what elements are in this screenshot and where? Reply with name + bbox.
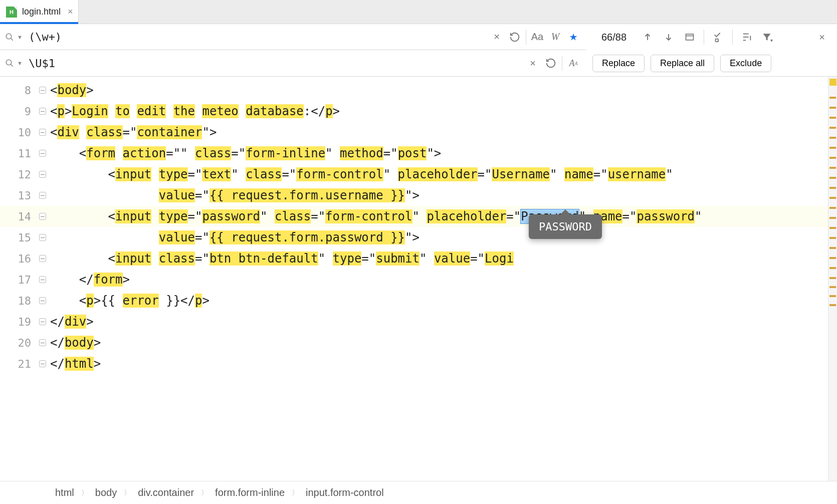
html-file-icon	[6, 7, 17, 18]
close-panel-icon[interactable]: ×	[813, 28, 831, 46]
gutter: 89101112131415161718192021	[0, 77, 50, 481]
next-match-icon[interactable]	[660, 28, 678, 46]
code-line[interactable]: value="{{ request.form.username }}">	[50, 185, 828, 206]
close-icon[interactable]: ×	[68, 7, 73, 17]
crumb-form[interactable]: form.form-inline	[215, 487, 285, 498]
svg-rect-6	[686, 34, 694, 40]
svg-line-3	[11, 64, 13, 67]
clear-replace-icon[interactable]: ×	[524, 54, 542, 72]
replace-preview-tooltip: PASSWORD	[529, 214, 602, 239]
replace-history-icon[interactable]	[542, 54, 560, 72]
select-all-icon[interactable]	[709, 28, 727, 46]
code-line[interactable]: </body>	[50, 332, 828, 353]
find-options-icon[interactable]	[738, 28, 756, 46]
svg-point-2	[6, 60, 12, 65]
code-line[interactable]: value="{{ request.form.password }}">	[50, 227, 828, 248]
chevron-right-icon: 〉	[124, 488, 131, 497]
crumb-html[interactable]: html	[55, 487, 74, 498]
match-count: 66/88	[592, 32, 636, 43]
code-line[interactable]: <input class="btn btn-default" type="sub…	[50, 248, 828, 269]
replace-button[interactable]: Replace	[592, 55, 645, 72]
search-history-icon[interactable]	[506, 28, 524, 46]
match-case-icon[interactable]: Aa	[528, 28, 546, 46]
code-line[interactable]: <p>Login to edit the meteo database:</p>	[50, 101, 828, 122]
svg-line-1	[11, 38, 13, 41]
replace-input[interactable]	[29, 57, 524, 70]
code-line[interactable]: </div>	[50, 311, 828, 332]
breadcrumb[interactable]: html 〉 body 〉 div.container 〉 form.form-…	[0, 481, 837, 504]
prev-match-icon[interactable]	[639, 28, 657, 46]
search-icon[interactable]	[4, 32, 15, 43]
tab-label: login.html	[22, 7, 61, 17]
chevron-right-icon: 〉	[201, 488, 208, 497]
chevron-right-icon: 〉	[292, 488, 299, 497]
crumb-body[interactable]: body	[95, 487, 117, 498]
code-line[interactable]: <input type="text" class="form-control" …	[50, 164, 828, 185]
crumb-input[interactable]: input.form-control	[306, 487, 384, 498]
code-line[interactable]: <div class="container">	[50, 122, 828, 143]
replace-all-button[interactable]: Replace all	[651, 55, 714, 72]
new-window-icon[interactable]	[681, 28, 699, 46]
replace-row: ▼ × AA	[0, 50, 586, 76]
preserve-case-icon[interactable]: AA	[564, 54, 582, 72]
crumb-div[interactable]: div.container	[138, 487, 194, 498]
find-replace-bar: ▼ × Aa W ٭ ▼ ×	[0, 24, 837, 77]
history-dropdown-icon[interactable]: ▼	[17, 60, 23, 66]
code-line[interactable]: <p>{{ error }}</p>	[50, 290, 828, 311]
code-line[interactable]: <form action="" class="form-inline" meth…	[50, 143, 828, 164]
clear-search-icon[interactable]: ×	[488, 28, 506, 46]
chevron-right-icon: 〉	[81, 488, 88, 497]
regex-icon[interactable]: ٭	[564, 28, 582, 46]
code-line[interactable]: <input type="password" class="form-contr…	[50, 206, 828, 227]
history-dropdown-icon[interactable]: ▼	[17, 34, 23, 40]
marker-strip[interactable]	[828, 77, 837, 481]
file-tab[interactable]: login.html ×	[0, 0, 79, 24]
search-input[interactable]	[29, 31, 488, 43]
search-icon[interactable]	[4, 58, 15, 69]
code-area[interactable]: <body><p>Login to edit the meteo databas…	[50, 77, 828, 481]
code-line[interactable]: </html>	[50, 353, 828, 374]
tab-bar: login.html ×	[0, 0, 837, 24]
exclude-button[interactable]: Exclude	[720, 55, 771, 72]
words-icon[interactable]: W	[546, 28, 564, 46]
code-line[interactable]: <body>	[50, 80, 828, 101]
editor[interactable]: 89101112131415161718192021 <body><p>Logi…	[0, 77, 837, 481]
code-line[interactable]: </form>	[50, 269, 828, 290]
svg-point-0	[6, 34, 12, 39]
find-row: ▼ × Aa W ٭	[0, 24, 586, 50]
filter-icon[interactable]: ▾	[759, 28, 777, 46]
